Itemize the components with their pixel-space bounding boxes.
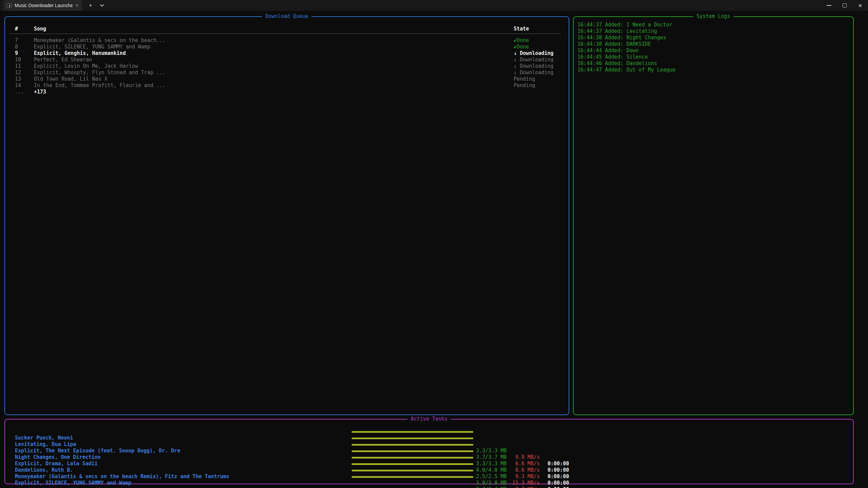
row-state: Pending: [514, 82, 569, 89]
download-arrow-icon: ↓: [514, 69, 520, 76]
task-row: Dandelions, Ruth B. 3.8/3.8 MB 7.7 MB/s …: [5, 461, 853, 467]
row-number: 12: [15, 69, 34, 76]
log-entry: 16:44:38 Added: DARKSIDE: [574, 41, 853, 47]
titlebar: Music Downloader Launcher ✕ + ✕: [0, 0, 868, 11]
column-header-state: State: [514, 26, 569, 32]
tab-dropdown-button[interactable]: [97, 0, 107, 11]
done-check-icon: ✔: [514, 37, 517, 43]
log-entry: 16:44:47 Added: Out of My League: [574, 67, 853, 73]
row-state: ✔Done: [514, 44, 569, 50]
progress-bar-fill: [352, 463, 473, 465]
log-entry: 16:44:38 Added: Night Changes: [574, 35, 853, 41]
terminal-app-icon: [7, 3, 12, 8]
queue-row[interactable]: 10 Perfect, Ed Sheeran ↓ Downloading: [5, 57, 569, 63]
progress-bar: [352, 444, 473, 446]
task-row: Moneymaker (Galantis & secs on the beach…: [5, 467, 853, 473]
download-queue-title: Download Queue: [262, 13, 312, 19]
task-size: 3.8/3.8 MB: [476, 480, 507, 486]
row-state: ↓ Downloading: [514, 50, 569, 57]
maximize-button[interactable]: [837, 0, 852, 11]
progress-bar-fill: [352, 444, 473, 446]
download-arrow-icon: ↓: [514, 50, 520, 56]
task-size: 2.4/2.4 MB: [476, 486, 507, 488]
log-entry: 16:44:46 Added: Dandelions: [574, 60, 853, 67]
progress-bar-fill: [352, 470, 473, 471]
tab-close-icon[interactable]: ✕: [75, 3, 79, 7]
close-button[interactable]: ✕: [852, 0, 868, 11]
log-entry: 16:44:44 Added: Down: [574, 47, 853, 54]
new-tab-button[interactable]: +: [85, 0, 96, 11]
progress-bar: [352, 450, 473, 452]
row-state: ↓ Downloading: [514, 69, 569, 76]
chevron-down-icon: [100, 3, 104, 6]
progress-bar: [352, 431, 473, 433]
tab-title: Music Downloader Launcher: [15, 3, 73, 8]
column-header-num: #: [15, 26, 34, 32]
log-entry: 16:44:45 Added: Silence: [574, 54, 853, 60]
task-row: Explicit, Drama, Lala Sadii 2.5/2.5 MB 1…: [5, 454, 853, 461]
progress-bar-fill: [352, 438, 473, 439]
task-eta: 0:00:00: [548, 480, 569, 486]
progress-bar: [352, 476, 473, 478]
row-song: Explicit, Whoopty, Flyn Stoned and Trap …: [34, 69, 514, 76]
row-number: 13: [15, 76, 34, 82]
close-icon: ✕: [858, 3, 863, 8]
system-logs-title: System Logs: [693, 13, 733, 19]
progress-bar-fill: [352, 476, 473, 478]
column-header-song: Song: [34, 26, 514, 32]
queue-row[interactable]: 11 Explicit, Lovin On Me, Jack Harlow ↓ …: [5, 63, 569, 69]
progress-bar: [352, 438, 473, 439]
queue-row[interactable]: 7 Moneymaker (Galantis & secs on the bea…: [5, 37, 569, 44]
queue-table-header: # Song State: [5, 26, 569, 32]
download-arrow-icon: ↓: [514, 63, 520, 69]
log-entry: 16:44:37 Added: Levitating: [574, 28, 853, 35]
task-row: Night Changes, One Direction 4.0/4.0 MB …: [5, 448, 853, 454]
queue-row[interactable]: 12 Explicit, Whoopty, Flyn Stoned and Tr…: [5, 69, 569, 76]
task-row: Explicit, SILENCE, YUNG SAMMY and Wamp 1…: [5, 473, 853, 480]
row-state: ↓ Downloading: [514, 63, 569, 69]
minimize-button[interactable]: [821, 0, 837, 11]
row-overflow-count: +173: [34, 89, 514, 95]
row-song: Old Town Road, Lil Nas X: [34, 76, 514, 82]
row-number: 7: [15, 37, 34, 44]
row-number: 14: [15, 82, 34, 89]
download-arrow-icon: ↓: [514, 57, 520, 63]
progress-bar-fill: [352, 457, 473, 459]
row-number: 8: [15, 44, 34, 50]
task-row: Sucker Punch, Neoni 3.3/3.3 MB 9.9 MB/s …: [5, 428, 853, 435]
row-state: [514, 89, 569, 95]
minimize-icon: [827, 5, 831, 6]
queue-overflow-row[interactable]: ... +173: [5, 89, 569, 95]
task-song-name: Explicit, SILENCE, YUNG SAMMY and Wamp: [15, 480, 131, 486]
progress-bar-fill: [352, 431, 473, 433]
queue-row[interactable]: 14 In the End, Tommee Profitt, Fleurie a…: [5, 82, 569, 89]
task-row: Levitating, Dua Lipa 3.7/3.7 MB 6.6 MB/s…: [5, 435, 853, 441]
queue-row[interactable]: 13 Old Town Road, Lil Nas X Pending: [5, 76, 569, 82]
row-song: Perfect, Ed Sheeran: [34, 57, 514, 63]
system-logs-panel: System Logs 16:44:37 Added: I Need a Doc…: [573, 16, 854, 415]
header-separator: [9, 34, 560, 34]
log-list: 16:44:37 Added: I Need a Doctor 16:44:37…: [574, 17, 853, 73]
row-state: Pending: [514, 76, 569, 82]
row-song: Explicit, SILENCE, YUNG SAMMY and Wamp: [34, 44, 514, 50]
log-entry: 16:44:37 Added: I Need a Doctor: [574, 22, 853, 28]
row-song: In the End, Tommee Profitt, Fleurie and …: [34, 82, 514, 89]
progress-bar: [352, 463, 473, 465]
row-number: 9: [15, 50, 34, 57]
terminal-tab[interactable]: Music Downloader Launcher ✕: [3, 0, 82, 11]
row-song: Moneymaker (Galantis & secs on the beach…: [34, 37, 514, 44]
queue-row-active[interactable]: 9 Explicit, Genghis, Hanumankind ↓ Downl…: [5, 50, 569, 57]
row-song: Explicit, Genghis, Hanumankind: [34, 50, 514, 57]
row-state: ✔Done: [514, 37, 569, 44]
task-list: Sucker Punch, Neoni 3.3/3.3 MB 9.9 MB/s …: [5, 420, 853, 480]
active-tasks-title: Active Tasks: [407, 416, 451, 422]
row-number: ...: [15, 89, 34, 95]
queue-row[interactable]: 8 Explicit, SILENCE, YUNG SAMMY and Wamp…: [5, 44, 569, 50]
download-queue-panel: Download Queue # Song State 7 Moneymaker…: [4, 16, 569, 415]
progress-bar: [352, 457, 473, 459]
task-eta: 0:00:00: [548, 486, 569, 488]
row-number: 11: [15, 63, 34, 69]
progress-bar-fill: [352, 450, 473, 452]
row-number: 10: [15, 57, 34, 63]
maximize-icon: [843, 3, 847, 7]
